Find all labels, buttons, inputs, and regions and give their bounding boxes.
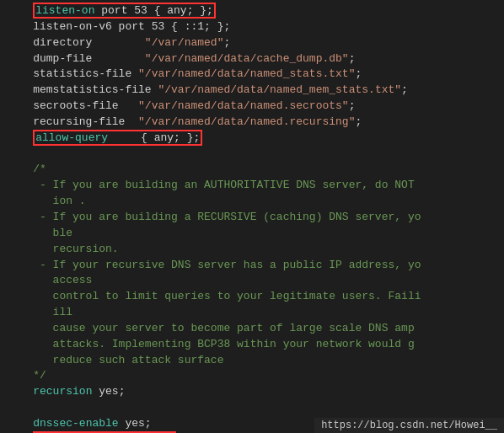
code-line-11: /* [0, 162, 504, 178]
code-line-1: listen-on port 53 { any; }; [0, 3, 504, 19]
code-line-23: reduce such attack surface [0, 353, 504, 369]
code-line-17: - If your recursive DNS server has a pub… [0, 258, 504, 274]
footer-url: https://blog.csdn.net/Howei__ [314, 418, 504, 433]
code-line-20: ill [0, 305, 504, 321]
code-editor: listen-on port 53 { any; }; listen-on-v6… [0, 0, 504, 433]
code-line-4: dump-file "/var/named/data/cache_dump.db… [0, 51, 504, 67]
code-line-19: control to limit queries to your legitim… [0, 289, 504, 305]
code-line-10 [0, 147, 504, 163]
highlight-listen-on: listen-on port 53 { any; }; [33, 3, 216, 19]
code-line-12: - If you are building an AUTHORITATIVE D… [0, 178, 504, 194]
code-line-16: recursion. [0, 242, 504, 258]
code-line-8: recursing-file "/var/named/data/named.re… [0, 115, 504, 131]
code-line-26 [0, 400, 504, 416]
code-line-5: statistics-file "/var/named/data/named_s… [0, 67, 504, 83]
code-line-3: directory "/var/named"; [0, 35, 504, 51]
code-line-2: listen-on-v6 port 53 { ::1; }; [0, 19, 504, 35]
code-line-9: allow-query { any; }; [0, 131, 504, 147]
code-line-25: recursion yes; [0, 384, 504, 400]
code-line-14: - If you are building a RECURSIVE (cachi… [0, 210, 504, 226]
code-line-6: memstatistics-file "/var/named/data/name… [0, 83, 504, 99]
code-line-18: access [0, 273, 504, 289]
code-line-13: ion . [0, 194, 504, 210]
code-line-7: secroots-file "/var/named/data/named.sec… [0, 99, 504, 115]
highlight-allow-query: allow-query { any; }; [33, 130, 202, 146]
code-line-15: ble [0, 226, 504, 242]
code-line-21: cause your server to become part of larg… [0, 321, 504, 337]
code-line-22: attacks. Implementing BCP38 within your … [0, 337, 504, 353]
code-line-24: */ [0, 368, 504, 384]
